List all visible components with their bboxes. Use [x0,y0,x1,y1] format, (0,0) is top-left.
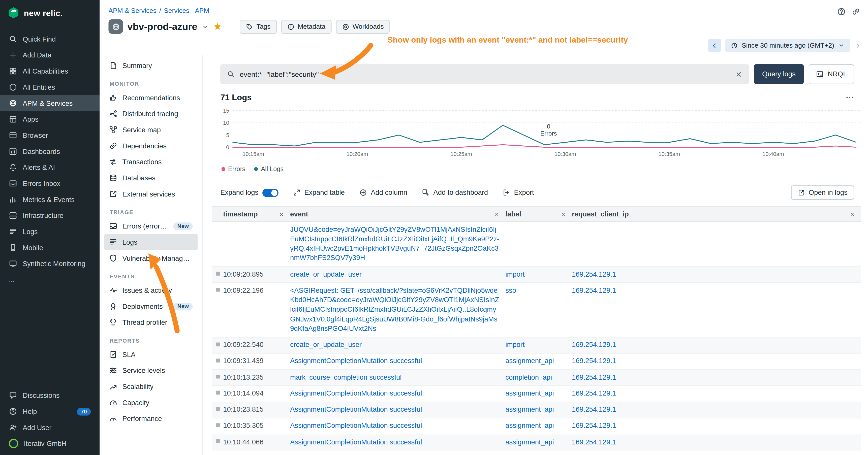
legend-item-all-logs[interactable]: All Logs [254,165,283,172]
sidebar-item-mobile[interactable]: Mobile [0,239,99,256]
ip-link[interactable]: 169.254.129.1 [572,389,616,398]
sidebar-item-add-user[interactable]: Add User [0,420,99,435]
tags-button[interactable]: Tags [240,20,277,33]
query-logs-button[interactable]: Query logs [754,64,804,84]
entity-nav-item-capacity[interactable]: Capacity [104,394,197,411]
add-column-button[interactable]: Add column [359,189,407,196]
table-row[interactable]: 10:10:13.235mark_course_completion succe… [212,369,861,386]
remove-column-icon[interactable] [849,211,855,217]
entity-nav-item-issues-activity[interactable]: Issues & activity [104,282,197,298]
event-link[interactable]: <ASGIRequest: GET '/sso/callback/?state=… [290,286,500,333]
table-row[interactable]: 10:10:35.305AssignmentCompletionMutation… [212,418,861,434]
logs-query-input[interactable] [240,70,730,78]
column-header-event[interactable]: event [290,210,505,218]
entity-nav-item-databases[interactable]: Databases [104,170,197,186]
sidebar-item-synthetic-monitoring[interactable]: Synthetic Monitoring [0,256,99,272]
sidebar-item-add-data[interactable]: Add Data [0,47,99,63]
event-link[interactable]: create_or_update_user [290,340,362,350]
add-to-dashboard-button[interactable]: Add to dashboard [422,189,488,196]
table-row[interactable]: JUQVU&code=eyJraWQiOiJjcGltY29yZV8wOTl1M… [212,222,861,267]
row-select-box[interactable] [216,375,219,379]
label-link[interactable]: completion_api [505,454,552,455]
favorite-star-icon[interactable] [214,22,222,31]
table-row[interactable]: 10:10:14.094AssignmentCompletionMutation… [212,386,861,402]
breadcrumb-services-apm[interactable]: Services - APM [164,6,209,14]
table-row[interactable]: 10:09:20.895create_or_update_userimport1… [212,267,861,283]
legend-item-errors[interactable]: Errors [221,165,246,172]
entity-nav-item-performance[interactable]: Performance [104,411,197,427]
entity-nav-item-logs[interactable]: Logs [104,234,197,250]
nrql-button[interactable]: NRQL [809,64,855,84]
ip-link[interactable]: 169.254.129.1 [572,421,616,431]
event-link[interactable]: AssignmentCompletionMutation successful [290,357,422,366]
time-picker[interactable]: Since 30 minutes ago (GMT+2) [725,39,850,52]
table-row[interactable]: 10:10:49.051mark_course_completion succe… [212,451,861,455]
entity-nav-item-errors-errors-inb[interactable]: Errors (errors inb...New [104,218,197,234]
event-link[interactable]: create_or_update_user [290,270,362,280]
sidebar-item-alerts-ai[interactable]: Alerts & AI [0,160,99,175]
ip-link[interactable]: 169.254.129.1 [572,454,616,455]
entity-nav-item-transactions[interactable]: Transactions [104,154,197,170]
sidebar-item-errors-inbox[interactable]: Errors Inbox [0,175,99,192]
remove-column-icon[interactable] [494,211,500,217]
sidebar-item-apm-services[interactable]: APM & Services [0,95,99,111]
entity-nav-item-recommendations[interactable]: Recommendations [104,90,197,106]
event-link[interactable]: mark_course_completion successful [290,454,402,455]
ip-link[interactable]: 169.254.129.1 [572,437,616,447]
entity-nav-item-distributed-tracing[interactable]: Distributed tracing [104,106,197,122]
remove-column-icon[interactable] [560,211,566,217]
ip-link[interactable]: 169.254.129.1 [572,340,616,350]
table-row[interactable]: 10:09:31.439AssignmentCompletionMutation… [212,354,861,369]
sidebar-item-discussions[interactable]: Discussions [0,387,99,403]
label-link[interactable]: import [505,270,525,280]
column-header-label[interactable]: label [505,210,572,218]
label-link[interactable]: sso [505,286,516,295]
row-select-box[interactable] [216,391,219,394]
sidebar-item-item[interactable]: ... [0,271,99,288]
label-link[interactable]: completion_api [505,372,552,382]
logs-query-bar[interactable] [220,64,749,84]
expand-table-button[interactable]: Expand table [292,189,344,196]
row-select-box[interactable] [216,423,219,427]
entity-nav-item-service-map[interactable]: Service map [104,122,197,138]
remove-column-icon[interactable] [279,211,284,217]
export-button[interactable]: Export [502,189,534,196]
sidebar-item-infrastructure[interactable]: Infrastructure [0,207,99,224]
table-row[interactable]: 10:09:22.540create_or_update_userimport1… [212,337,861,354]
entity-nav-item-thread-profiler[interactable]: Thread profiler [104,315,197,330]
entity-nav-item-dependencies[interactable]: Dependencies [104,138,197,154]
sidebar-item-help[interactable]: Help70 [0,403,99,420]
row-select-box[interactable] [216,440,219,443]
label-link[interactable]: assignment_api [505,405,554,415]
entity-nav-item-scalability[interactable]: Scalability [104,379,197,394]
sidebar-item-apps[interactable]: Apps [0,111,99,127]
sidebar-item-all-capabilities[interactable]: All Capabilities [0,63,99,79]
sidebar-item-iterativ-gmbh[interactable]: Iterativ GmbH [0,435,99,452]
table-row[interactable]: 10:10:44.066AssignmentCompletionMutation… [212,434,861,451]
row-select-box[interactable] [216,288,219,292]
event-link[interactable]: AssignmentCompletionMutation successful [290,437,422,447]
entity-nav-item-sla[interactable]: SLA [104,347,197,362]
more-options-icon[interactable] [845,93,854,101]
table-row[interactable]: 10:09:22.196<ASGIRequest: GET '/sso/call… [212,283,861,337]
workloads-button[interactable]: Workloads [336,20,390,33]
new-relic-logo[interactable]: new relic. [0,0,99,26]
label-link[interactable]: assignment_api [505,389,554,398]
row-select-box[interactable] [216,271,219,275]
sidebar-item-logs[interactable]: Logs [0,224,99,239]
entity-nav-item-deployments[interactable]: DeploymentsNew [104,298,197,315]
label-link[interactable]: assignment_api [505,437,554,447]
entity-switcher-chevron-icon[interactable] [202,23,209,30]
event-link[interactable]: AssignmentCompletionMutation successful [290,405,422,415]
entity-nav-item-service-levels[interactable]: Service levels [104,362,197,379]
entity-nav-item-summary[interactable]: Summary [104,58,197,73]
row-select-box[interactable] [216,407,219,411]
sidebar-item-browser[interactable]: Browser [0,127,99,143]
sidebar-item-metrics-events[interactable]: Metrics & Events [0,192,99,207]
entity-nav-item-vulnerability-management[interactable]: Vulnerability Management [104,250,197,266]
time-back-button[interactable] [708,39,721,52]
event-link[interactable]: JUQVU&code=eyJraWQiOiJjcGltY29yZV8wOTl1M… [290,225,500,263]
ip-link[interactable]: 169.254.129.1 [572,372,616,382]
row-select-box[interactable] [216,342,219,346]
sidebar-item-dashboards[interactable]: Dashboards [0,143,99,160]
